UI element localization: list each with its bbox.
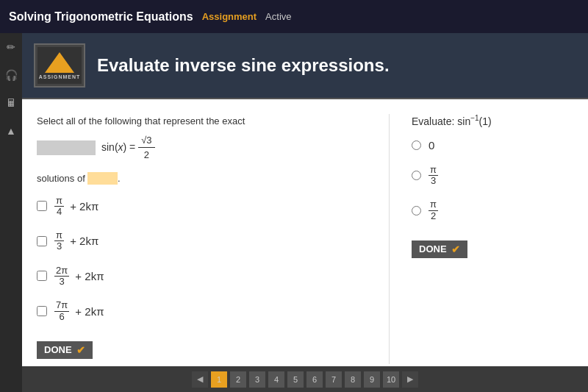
radio-2-label: π3 xyxy=(429,165,438,187)
tab-label: Assignment xyxy=(202,11,257,22)
page-btn-1[interactable]: 1 xyxy=(211,371,227,388)
checkbox-option-4: 7π6 + 2kπ xyxy=(37,300,374,322)
option-3-label: 2π3 + 2kπ xyxy=(54,266,104,288)
prev-page-button[interactable]: ◀ xyxy=(192,371,208,388)
radio-1[interactable] xyxy=(412,140,421,150)
page-btn-5[interactable]: 5 xyxy=(287,371,304,388)
right-done-button[interactable]: DONE ✔ xyxy=(412,240,467,258)
checkbox-2[interactable] xyxy=(37,236,47,246)
blurred-equation xyxy=(37,140,96,155)
logo-triangle xyxy=(45,52,74,73)
page-btn-8[interactable]: 8 xyxy=(345,371,361,388)
assignment-header: ASSIGNMENT Evaluate inverse sine express… xyxy=(22,33,588,99)
assignment-title: Evaluate inverse sine expressions. xyxy=(97,55,390,76)
right-panel: Evaluate: sin−1(1) 0 π3 π2 DONE xyxy=(412,114,573,364)
option-1-label: π4 + 2kπ xyxy=(54,196,98,218)
checkbox-option-1: π4 + 2kπ xyxy=(37,196,374,218)
radio-option-3: π2 xyxy=(412,199,573,221)
top-bar: Solving Trigonometric Equations Assignme… xyxy=(0,0,588,33)
evaluate-label: Evaluate: sin−1(1) xyxy=(412,114,573,127)
left-sidebar: ✏ 🎧 🖩 ▲ xyxy=(0,33,22,392)
page-btn-7[interactable]: 7 xyxy=(326,371,342,388)
radio-3-label: π2 xyxy=(429,199,438,221)
calculator-icon[interactable]: 🖩 xyxy=(3,95,19,111)
left-done-button[interactable]: DONE ✔ xyxy=(37,341,93,359)
content-panels: Select all of the following that represe… xyxy=(22,99,588,366)
checkbox-4[interactable] xyxy=(37,306,47,316)
checkbox-3[interactable] xyxy=(37,271,47,281)
done-check-icon: ✔ xyxy=(76,344,85,356)
right-done-check-icon: ✔ xyxy=(451,243,460,255)
radio-option-2: π3 xyxy=(412,165,573,187)
page-btn-9[interactable]: 9 xyxy=(364,371,380,388)
radio-1-label: 0 xyxy=(429,139,434,152)
page-btn-4[interactable]: 4 xyxy=(268,371,284,388)
sin-equation: sin(x) = √3 2 xyxy=(101,133,155,163)
pencil-icon[interactable]: ✏ xyxy=(3,39,19,55)
headphone-icon[interactable]: 🎧 xyxy=(3,67,19,83)
status-badge: Active xyxy=(265,11,291,22)
logo-label: ASSIGNMENT xyxy=(39,74,81,79)
radio-option-1: 0 xyxy=(412,139,573,152)
problem-instruction: Select all of the following that represe… xyxy=(37,114,374,163)
page-btn-2[interactable]: 2 xyxy=(230,371,246,388)
page-btn-3[interactable]: 3 xyxy=(249,371,265,388)
option-4-label: 7π6 + 2kπ xyxy=(54,300,104,322)
option-2-label: π3 + 2kπ xyxy=(54,230,98,252)
solutions-highlight xyxy=(87,172,118,185)
radio-2[interactable] xyxy=(412,171,421,180)
page-btn-6[interactable]: 6 xyxy=(306,371,323,388)
sqrt-fraction: √3 2 xyxy=(138,133,154,163)
assignment-logo: ASSIGNMENT xyxy=(34,43,85,88)
left-panel: Select all of the following that represe… xyxy=(37,114,390,364)
checkbox-option-2: π3 + 2kπ xyxy=(37,230,374,252)
arrow-up-icon[interactable]: ▲ xyxy=(3,123,19,139)
checkbox-option-3: 2π3 + 2kπ xyxy=(37,266,374,288)
radio-3[interactable] xyxy=(412,206,421,215)
main-area: ASSIGNMENT Evaluate inverse sine express… xyxy=(22,33,588,366)
solutions-of-label: solutions of . xyxy=(37,173,374,184)
page-btn-10[interactable]: 10 xyxy=(383,371,399,388)
checkbox-1[interactable] xyxy=(37,201,47,211)
page-title: Solving Trigonometric Equations xyxy=(9,10,193,24)
next-page-button[interactable]: ▶ xyxy=(402,371,418,388)
pagination-bar: ◀ 1 2 3 4 5 6 7 8 9 10 ▶ xyxy=(22,366,588,392)
